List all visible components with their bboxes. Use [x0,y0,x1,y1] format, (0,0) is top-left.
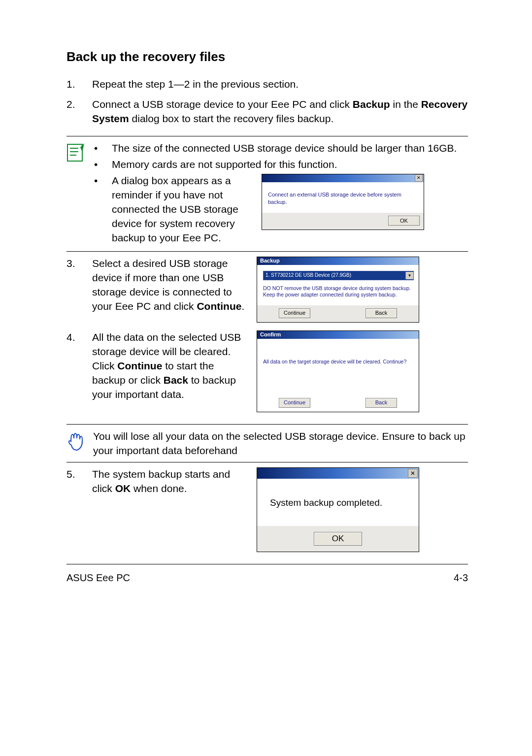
dialog-message: System backup completed. [257,479,419,526]
divider [66,462,468,462]
back-button[interactable]: Back [366,308,397,318]
ok-button[interactable]: OK [314,532,362,546]
note-bullet: Memory cards are not supported for this … [93,158,468,172]
note-bullet: A dialog box appears as a reminder if yo… [93,174,468,245]
divider [66,136,468,136]
note-text: A dialog box appears as a reminder if yo… [112,174,250,245]
step-5: 5. The system backup starts and click OK… [66,467,468,554]
dialog-message: All data on the target storage device wi… [257,339,419,395]
dialog-confirm: Confirm All data on the target storage d… [257,330,419,412]
page-heading: Back up the recovery files [66,49,468,65]
step-number: 2. [66,98,92,126]
dialog-usb-reminder: ✕ Connect an external USB storage device… [262,174,424,230]
close-icon[interactable]: ✕ [408,469,418,478]
svg-rect-0 [67,144,82,161]
page-footer: ASUS Eee PC 4-3 [66,572,468,584]
step-number: 1. [66,77,92,92]
warning-text: You will lose all your data on the selec… [93,429,468,458]
step-3: 3. Select a desired USB storage device i… [66,257,468,325]
step-number: 4. [66,330,92,414]
ok-button[interactable]: OK [388,216,420,226]
continue-button[interactable]: Continue [279,398,310,408]
step-text: Repeat the step 1—2 in the previous sect… [92,77,468,92]
dialog-backup: Backup 1. ST730212 DE USB Device (27.9GB… [257,257,419,323]
divider [66,564,468,564]
step-text: Connect a USB storage device to your Eee… [92,98,468,126]
close-icon[interactable]: ✕ [415,174,423,182]
step-text: Select a desired USB storage device if m… [92,257,245,314]
dialog-completed: ✕ System backup completed. OK [257,467,419,552]
step-number: 5. [66,467,92,554]
note-bullet: The size of the connected USB storage de… [93,141,468,156]
dialog-title: Confirm [258,331,281,338]
step-4: 4. All the data on the selected USB stor… [66,330,468,414]
step-1: 1. Repeat the step 1—2 in the previous s… [66,77,468,92]
step-text: The system backup starts and click OK wh… [92,467,245,496]
warning-callout: You will lose all your data on the selec… [66,429,468,458]
dialog-note: DO NOT remove the USB storage device dur… [263,285,414,298]
footer-left: ASUS Eee PC [66,572,130,584]
back-button[interactable]: Back [366,398,397,408]
dialog-message: Connect an external USB storage device b… [262,182,424,213]
step-text: All the data on the selected USB storage… [92,330,245,402]
chevron-down-icon[interactable]: ▼ [405,272,413,279]
note-callout: The size of the connected USB storage de… [66,141,468,247]
continue-button[interactable]: Continue [279,308,310,318]
divider [66,424,468,425]
divider [66,251,468,252]
step-number: 3. [66,257,92,325]
dialog-title: Backup [258,257,280,264]
stop-hand-icon [66,429,93,458]
step-2: 2. Connect a USB storage device to your … [66,98,468,126]
usb-device-select[interactable]: 1. ST730212 DE USB Device (27.9GB) ▼ [263,271,414,280]
footer-right: 4-3 [454,572,468,584]
note-icon [66,141,93,247]
